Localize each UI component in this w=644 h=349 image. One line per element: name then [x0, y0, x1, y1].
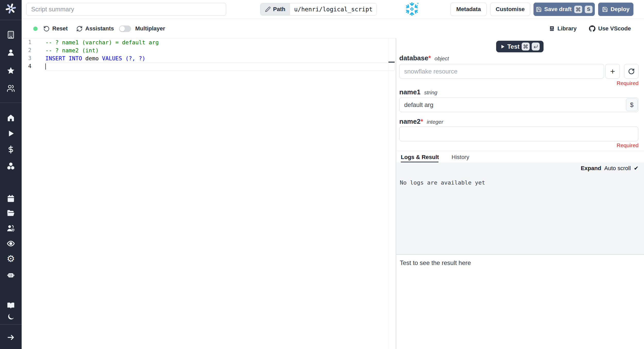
editor-toolbar: Reset Assistants Multiplayer Library Use…	[22, 19, 644, 38]
home-icon[interactable]	[6, 113, 15, 122]
name2-input[interactable]	[399, 127, 638, 141]
user-icon[interactable]	[6, 48, 15, 57]
status-dot	[33, 27, 38, 31]
rotate-cw-icon	[628, 68, 635, 75]
dollar-template-button[interactable]: $	[626, 98, 638, 111]
deploy-label: Deploy	[611, 6, 629, 13]
folder-open-icon[interactable]	[6, 209, 15, 218]
use-vscode-button[interactable]: Use VScode	[589, 19, 631, 38]
rotate-ccw-icon	[43, 26, 50, 32]
required-hint: Required	[617, 80, 639, 86]
refresh-resource-button[interactable]	[624, 64, 639, 79]
boxes-icon[interactable]	[6, 161, 15, 171]
pencil-icon	[265, 6, 271, 12]
logs-area: Expand Auto scroll ✔ No logs are availab…	[396, 162, 644, 254]
save-draft-button[interactable]: Save draft S	[533, 3, 595, 16]
play-icon[interactable]	[6, 129, 15, 138]
topbar: Path u/henri/logical_script Metadata	[22, 0, 644, 19]
autoscroll-label[interactable]: Auto scroll	[604, 165, 631, 172]
customise-button[interactable]: Customise	[490, 3, 530, 16]
path-button[interactable]: Path u/henri/logical_script	[260, 3, 377, 15]
save-icon	[536, 6, 542, 12]
eye-icon[interactable]	[6, 239, 15, 248]
code-editor[interactable]: 1 -- ? name1 (varchar) = default arg 2 -…	[22, 38, 396, 349]
save-icon	[602, 6, 608, 12]
name1-input[interactable]	[399, 97, 638, 112]
toggle-knob	[120, 26, 125, 31]
tab-history[interactable]: History	[452, 152, 469, 162]
sidebar-divider	[0, 20, 22, 20]
users-gear-icon[interactable]	[6, 224, 15, 233]
save-draft-label: Save draft	[544, 6, 572, 13]
section-divider	[396, 151, 644, 151]
library-label: Library	[557, 25, 577, 32]
required-star: *	[428, 54, 431, 62]
name2-field-label: name2* integer	[399, 118, 443, 126]
logs-controls: Expand Auto scroll ✔	[581, 165, 639, 172]
star-icon[interactable]	[6, 66, 15, 75]
arrow-right-icon[interactable]	[6, 333, 15, 342]
building-icon[interactable]	[6, 30, 15, 39]
windmill-script-editor: ⚙ Path u/henri/logical_script	[0, 0, 644, 349]
test-label: Test	[507, 43, 520, 50]
database-input[interactable]	[399, 64, 604, 79]
command-key-icon	[574, 6, 582, 13]
deploy-button[interactable]: Deploy	[598, 3, 633, 16]
windmill-logo-icon[interactable]	[5, 3, 17, 14]
reset-label: Reset	[52, 25, 68, 32]
line-number: 3	[22, 54, 36, 62]
script-summary-input[interactable]	[26, 3, 226, 16]
sidebar-divider	[0, 103, 22, 103]
run-panel: Test database* object + Required name1 s…	[396, 38, 644, 349]
play-icon	[500, 44, 505, 49]
path-label: Path	[273, 6, 285, 13]
calendar-icon[interactable]	[6, 194, 15, 203]
multiplayer-label: Multiplayer	[135, 19, 165, 38]
name1-field-label: name1 string	[399, 88, 437, 96]
line-number: 1	[22, 38, 36, 46]
database-field-label: database* object	[399, 54, 449, 62]
use-vscode-label: Use VScode	[598, 25, 631, 32]
moon-icon[interactable]	[6, 312, 15, 321]
metadata-label: Metadata	[456, 6, 481, 13]
check-icon[interactable]: ✔	[634, 165, 639, 172]
field-name: name2	[399, 118, 420, 125]
enter-key-icon	[532, 43, 540, 51]
multiplayer-text: Multiplayer	[135, 25, 165, 32]
result-hint: Test to see the result here	[400, 259, 471, 267]
metadata-button[interactable]: Metadata	[451, 3, 487, 16]
sidebar: ⚙	[0, 0, 22, 349]
field-name: database	[399, 54, 428, 62]
required-star: *	[420, 118, 423, 125]
sidebar-divider	[0, 324, 22, 325]
code-line: -- ? name2 (int)	[45, 46, 99, 54]
bot-icon[interactable]	[6, 270, 15, 279]
assistants-label: Assistants	[85, 25, 114, 32]
editor-edge	[388, 38, 388, 349]
expand-button[interactable]: Expand	[581, 165, 601, 172]
github-icon	[589, 25, 596, 32]
library-button[interactable]: Library	[549, 19, 577, 38]
book-open-icon[interactable]	[6, 301, 15, 310]
line-number-active: 4	[22, 62, 36, 70]
s-key-chip: S	[585, 6, 592, 13]
field-type: string	[424, 89, 437, 96]
code-line: INSERT INTO demo VALUES (?, ?)	[45, 54, 145, 62]
add-resource-button[interactable]: +	[605, 64, 620, 79]
field-type: object	[435, 55, 449, 62]
field-type: integer	[427, 119, 443, 125]
code-line: -- ? name1 (varchar) = default arg	[45, 38, 159, 46]
dollar-icon[interactable]	[6, 145, 15, 154]
logs-empty-message: No logs are available yet	[400, 179, 485, 186]
users-icon[interactable]	[6, 84, 15, 93]
result-splitter[interactable]	[396, 254, 644, 255]
path-chip: Path	[260, 3, 290, 15]
reset-button[interactable]: Reset	[43, 19, 68, 38]
field-name: name1	[399, 88, 420, 96]
assistants-button[interactable]: Assistants	[76, 19, 114, 38]
test-button[interactable]: Test	[496, 41, 544, 52]
gear-icon[interactable]: ⚙	[6, 254, 15, 263]
path-value[interactable]: u/henri/logical_script	[290, 3, 377, 15]
tab-logs-result[interactable]: Logs & Result	[401, 152, 439, 162]
multiplayer-toggle[interactable]	[119, 26, 131, 32]
